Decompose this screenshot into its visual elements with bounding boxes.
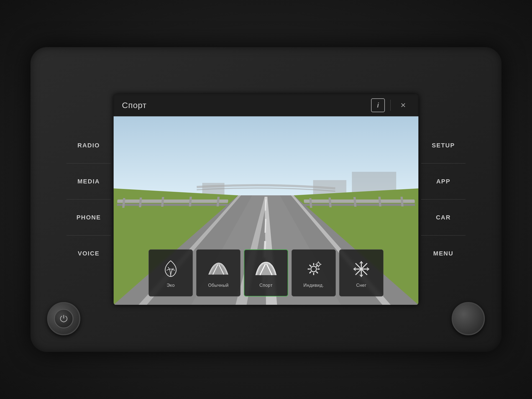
- snow-icon: [350, 258, 372, 280]
- nav-phone[interactable]: PHONE: [66, 200, 111, 236]
- normal-label: Обычный: [208, 283, 229, 288]
- nav-setup[interactable]: SETUP: [421, 127, 466, 163]
- volume-knob[interactable]: [452, 302, 485, 335]
- nav-radio[interactable]: RADIO: [66, 127, 111, 163]
- nav-menu[interactable]: MENU: [421, 236, 466, 272]
- unit-frame: RADIO MEDIA PHONE VOICE Спорт i ×: [30, 47, 502, 352]
- right-nav: SETUP APP CAR MENU: [418, 89, 468, 310]
- mode-buttons-row: Эко Обычный: [149, 249, 383, 296]
- svg-point-36: [311, 266, 316, 272]
- info-button[interactable]: i: [371, 98, 385, 112]
- normal-icon: [207, 258, 229, 280]
- left-nav: RADIO MEDIA PHONE VOICE: [64, 89, 114, 310]
- sport-icon: [255, 258, 277, 280]
- svg-rect-26: [304, 204, 415, 206]
- nav-app[interactable]: APP: [421, 163, 466, 200]
- eco-icon: [160, 258, 182, 280]
- mode-eco-button[interactable]: Эко: [149, 249, 193, 296]
- mode-individual-button[interactable]: Индивид.: [291, 249, 336, 296]
- individual-label: Индивид.: [303, 283, 324, 288]
- nav-voice[interactable]: VOICE: [66, 236, 111, 272]
- svg-rect-19: [117, 204, 228, 206]
- nav-media[interactable]: MEDIA: [66, 163, 111, 200]
- mode-snow-button[interactable]: Снег: [339, 249, 383, 296]
- mode-normal-button[interactable]: Обычный: [196, 249, 241, 296]
- screen-title: Спорт: [122, 101, 371, 110]
- mode-sport-button[interactable]: Спорт: [244, 249, 288, 296]
- screen-header: Спорт i ×: [114, 94, 418, 116]
- svg-point-42: [360, 268, 363, 270]
- svg-rect-25: [304, 200, 415, 203]
- svg-rect-18: [117, 200, 228, 203]
- svg-line-13: [265, 219, 266, 233]
- header-icons: i ×: [371, 98, 410, 112]
- power-knob[interactable]: [47, 302, 80, 335]
- nav-car[interactable]: CAR: [421, 200, 466, 236]
- power-knob-inner: [54, 309, 73, 328]
- screen-content: Эко Обычный: [114, 116, 418, 305]
- divider: [390, 100, 391, 111]
- eco-label: Эко: [167, 283, 175, 288]
- svg-line-12: [265, 200, 266, 211]
- car-infotainment-unit: RADIO MEDIA PHONE VOICE Спорт i ×: [0, 0, 532, 399]
- snow-label: Снег: [356, 283, 366, 288]
- close-button[interactable]: ×: [396, 98, 410, 112]
- svg-point-37: [317, 263, 320, 266]
- sport-label: Спорт: [259, 283, 273, 288]
- main-screen: Спорт i ×: [114, 94, 418, 305]
- individual-icon: [303, 258, 325, 280]
